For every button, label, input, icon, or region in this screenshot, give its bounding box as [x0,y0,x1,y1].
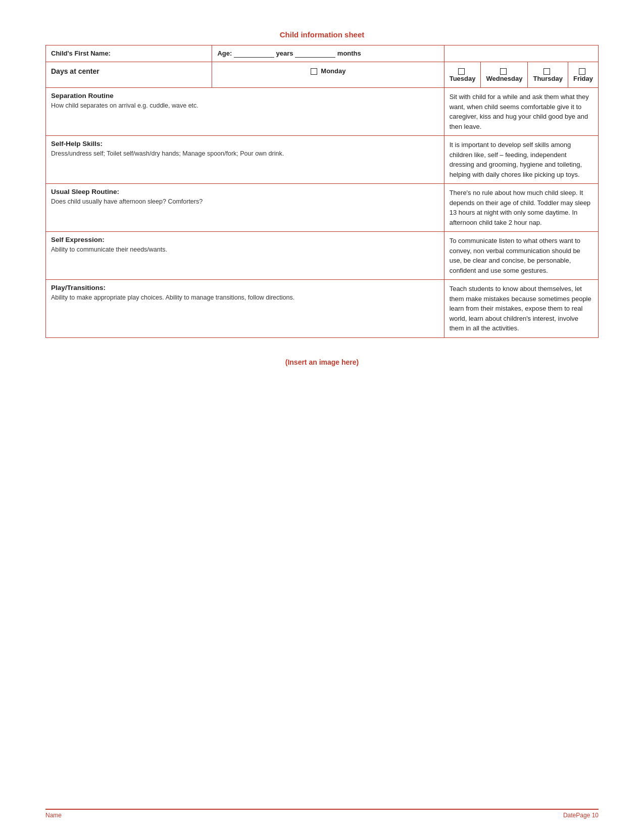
section-row-2: Usual Sleep Routine:Does child usually h… [46,184,599,232]
child-name-cell: Child's First Name: [46,45,212,62]
section-desc-0: How child separates on arrival e.g. cudd… [51,102,439,111]
footer-name: Name [45,812,62,819]
day-thursday[interactable]: Thursday [528,62,568,88]
friday-label: Friday [573,75,593,82]
friday-checkbox[interactable] [579,68,585,75]
page-title: Child information sheet [45,30,599,39]
footer-line [45,809,599,810]
age-cell: Age: years months [212,45,444,62]
footer-content: Name DatePage 10 [45,812,599,819]
days-row: Days at center Monday Tuesday Wednesday … [46,62,599,88]
child-info-row: Child's First Name: Age: years months [46,45,599,62]
section-row-4: Play/Transitions:Ability to make appropr… [46,280,599,338]
section-title-1: Self-Help Skills: [51,140,439,148]
section-title-0: Separation Routine [51,92,439,100]
day-tuesday[interactable]: Tuesday [444,62,481,88]
insert-image-label: (Insert an image here) [45,358,599,366]
page-footer: Name DatePage 10 [0,809,644,819]
section-left-0: Separation RoutineHow child separates on… [46,88,444,136]
section-content-4: Teach students to know about themselves,… [444,280,598,338]
section-title-3: Self Expression: [51,236,439,243]
main-table: Child's First Name: Age: years months Da… [45,45,599,338]
day-wednesday[interactable]: Wednesday [481,62,528,88]
age-months-blank [295,50,335,58]
section-content-2: There's no rule about how much child sle… [444,184,598,232]
section-row-1: Self-Help Skills:Dress/undress self; Toi… [46,136,599,184]
thursday-label: Thursday [533,75,563,82]
section-title-2: Usual Sleep Routine: [51,188,439,195]
section-row-3: Self Expression:Ability to communicate t… [46,232,599,280]
day-friday[interactable]: Friday [568,62,598,88]
section-left-2: Usual Sleep Routine:Does child usually h… [46,184,444,232]
tuesday-checkbox[interactable] [458,68,465,75]
section-desc-1: Dress/undress self; Toilet self/wash/dry… [51,150,439,159]
days-label: Days at center [46,62,212,88]
section-desc-4: Ability to make appropriate play choices… [51,293,439,303]
section-title-4: Play/Transitions: [51,284,439,291]
section-left-3: Self Expression:Ability to communicate t… [46,232,444,280]
section-left-1: Self-Help Skills:Dress/undress self; Toi… [46,136,444,184]
wednesday-label: Wednesday [486,75,522,82]
wednesday-checkbox[interactable] [500,68,507,75]
monday-label: Monday [321,67,345,75]
age-label: Age: [217,50,232,57]
child-name-label: Child's First Name: [51,50,111,57]
thursday-checkbox[interactable] [543,68,550,75]
page-container: Child information sheet Child's First Na… [0,0,644,834]
age-years-blank [234,50,274,58]
section-desc-3: Ability to communicate their needs/wants… [51,246,439,255]
monday-checkbox[interactable] [311,68,317,75]
years-label: years [276,50,293,57]
section-content-0: Sit with child for a while and ask them … [444,88,598,136]
section-row-0: Separation RoutineHow child separates on… [46,88,599,136]
footer-datepage: DatePage 10 [563,812,599,819]
day-monday[interactable]: Monday [212,62,444,88]
section-desc-2: Does child usually have afternoon sleep?… [51,198,439,207]
section-left-4: Play/Transitions:Ability to make appropr… [46,280,444,338]
section-content-3: To communicate listen to what others wan… [444,232,598,280]
tuesday-label: Tuesday [450,75,476,82]
months-label: months [337,50,361,57]
section-content-1: It is important to develop self skills a… [444,136,598,184]
